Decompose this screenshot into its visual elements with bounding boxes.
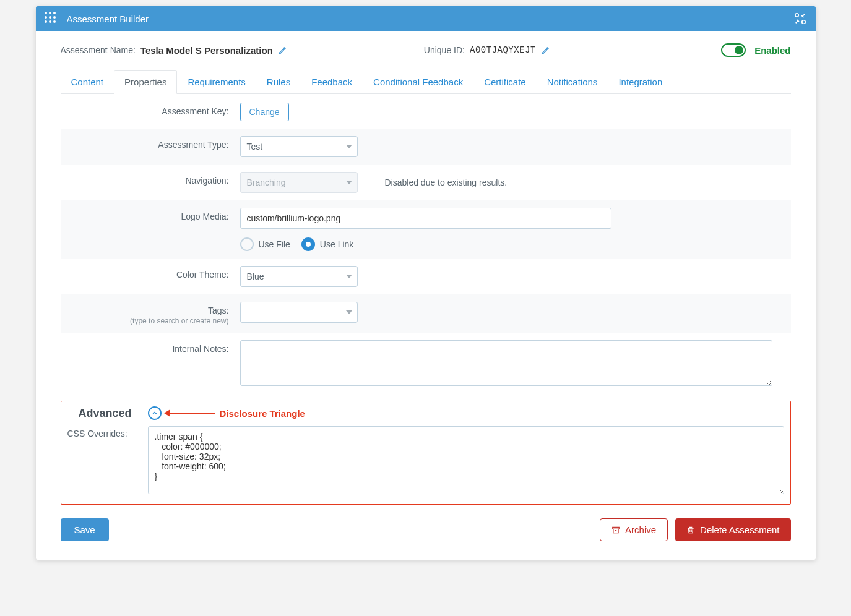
navigation-select: Branching: [240, 172, 358, 193]
archive-icon: [611, 526, 620, 534]
callout-arrow: Disclosure Triangle: [165, 408, 305, 419]
archive-button[interactable]: Archive: [600, 518, 668, 541]
row-logo-media: Logo Media: Use File Use Link: [61, 200, 791, 259]
svg-point-1: [801, 20, 805, 24]
change-key-button[interactable]: Change: [240, 103, 289, 121]
delete-label: Delete Assessment: [700, 524, 779, 535]
label-css-overrides: CSS Overrides:: [67, 429, 127, 438]
tab-rules[interactable]: Rules: [256, 70, 301, 94]
save-button[interactable]: Save: [61, 518, 109, 541]
tags-combobox[interactable]: [240, 302, 358, 323]
enabled-label: Enabled: [754, 45, 790, 56]
advanced-disclosure-toggle[interactable]: [148, 406, 162, 420]
tab-content[interactable]: Content: [61, 70, 114, 94]
assessment-header: Assessment Name: Tesla Model S Personali…: [61, 43, 791, 57]
color-theme-value: Blue: [247, 272, 264, 281]
tab-notifications[interactable]: Notifications: [537, 70, 608, 94]
logo-use-file-label: Use File: [259, 239, 290, 249]
logo-media-input[interactable]: [240, 208, 611, 229]
properties-form: Assessment Key: Change Assessment Type: …: [61, 95, 791, 505]
tabs: Content Properties Requirements Rules Fe…: [61, 69, 791, 94]
assessment-builder-window: Assessment Builder Assessment Name: Tesl…: [36, 6, 816, 560]
chevron-down-icon: [346, 181, 352, 184]
row-internal-notes: Internal Notes:: [61, 333, 791, 393]
tab-conditional-feedback[interactable]: Conditional Feedback: [363, 70, 473, 94]
delete-assessment-button[interactable]: Delete Assessment: [675, 518, 790, 541]
logo-use-file-radio[interactable]: Use File: [240, 237, 290, 251]
tools-icon[interactable]: [793, 12, 807, 25]
navigation-value: Branching: [247, 178, 286, 187]
color-theme-select[interactable]: Blue: [240, 266, 358, 287]
advanced-heading: Advanced: [79, 407, 132, 420]
label-assessment-key: Assessment Key:: [61, 103, 240, 116]
row-css-overrides: CSS Overrides:: [67, 426, 784, 494]
label-tags: Tags: (type to search or create new): [61, 302, 240, 325]
row-color-theme: Color Theme: Blue: [61, 259, 791, 294]
navigation-disabled-note: Disabled due to existing results.: [385, 178, 508, 187]
label-color-theme: Color Theme:: [61, 266, 240, 280]
chevron-up-icon: [151, 409, 158, 417]
logo-use-link-label: Use Link: [320, 239, 353, 249]
callout-label: Disclosure Triangle: [220, 408, 305, 419]
assessment-type-value: Test: [247, 142, 263, 152]
unique-id-value: A00TJAQYXEJT: [470, 45, 536, 55]
label-assessment-type: Assessment Type:: [61, 136, 240, 150]
unique-id-label: Unique ID:: [424, 45, 465, 55]
apps-grid-icon[interactable]: [45, 12, 58, 25]
archive-label: Archive: [625, 524, 656, 535]
label-internal-notes: Internal Notes:: [61, 340, 240, 354]
label-logo-media: Logo Media:: [61, 208, 240, 221]
svg-rect-2: [613, 527, 620, 529]
edit-uid-icon[interactable]: [541, 45, 551, 55]
assessment-name-value: Tesla Model S Personalization: [140, 45, 273, 56]
tab-properties[interactable]: Properties: [114, 70, 177, 94]
assessment-type-select[interactable]: Test: [240, 136, 358, 157]
tab-feedback[interactable]: Feedback: [301, 70, 363, 94]
internal-notes-textarea[interactable]: [240, 340, 772, 386]
trash-icon: [686, 526, 695, 534]
row-tags: Tags: (type to search or create new): [61, 294, 791, 333]
row-navigation: Navigation: Branching Disabled due to ex…: [61, 165, 791, 200]
titlebar: Assessment Builder: [36, 6, 816, 31]
edit-name-icon[interactable]: [278, 45, 288, 55]
chevron-down-icon: [346, 145, 352, 148]
window-title: Assessment Builder: [67, 14, 793, 24]
logo-use-link-radio[interactable]: Use Link: [301, 237, 353, 251]
row-assessment-key: Assessment Key: Change: [61, 95, 791, 129]
chevron-down-icon: [346, 275, 352, 278]
tab-certificate[interactable]: Certificate: [473, 70, 537, 94]
advanced-heading-row: Advanced Disclosure Triangle: [79, 406, 784, 420]
assessment-name-label: Assessment Name:: [61, 45, 136, 55]
footer: Save Archive Delete Assessment: [61, 518, 791, 541]
enabled-toggle[interactable]: [721, 43, 746, 57]
tags-sublabel: (type to search or create new): [61, 317, 229, 325]
chevron-down-icon: [346, 310, 352, 314]
css-overrides-textarea[interactable]: [148, 426, 784, 494]
row-assessment-type: Assessment Type: Test: [61, 129, 791, 165]
tab-requirements[interactable]: Requirements: [177, 70, 256, 94]
advanced-section-highlight: Advanced Disclosure Triangle CSS Overrid…: [61, 401, 791, 505]
svg-point-0: [795, 14, 798, 17]
tab-integration[interactable]: Integration: [608, 70, 673, 94]
label-navigation: Navigation:: [61, 172, 240, 186]
